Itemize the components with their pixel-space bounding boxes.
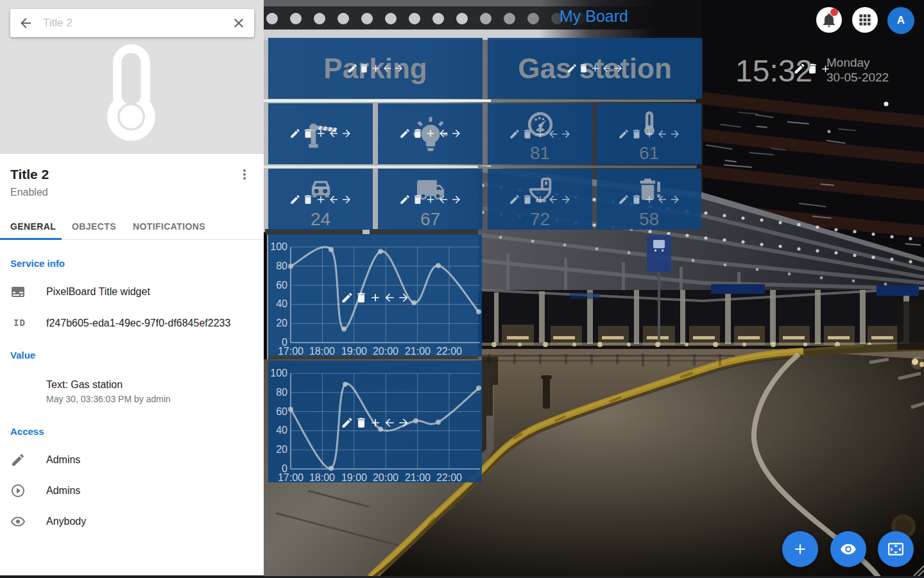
svg-text:20: 20 bbox=[276, 318, 287, 328]
svg-text:19:00: 19:00 bbox=[341, 346, 367, 356]
svg-text:22:00: 22:00 bbox=[436, 346, 462, 356]
svg-text:80: 80 bbox=[276, 260, 287, 271]
svg-text:17:00: 17:00 bbox=[278, 472, 304, 482]
svg-text:60: 60 bbox=[276, 280, 287, 291]
svg-text:17:00: 17:00 bbox=[278, 346, 304, 356]
svg-text:100: 100 bbox=[270, 368, 287, 378]
svg-text:100: 100 bbox=[270, 241, 287, 252]
svg-text:18:00: 18:00 bbox=[309, 472, 335, 482]
svg-text:20: 20 bbox=[276, 444, 287, 455]
svg-text:19:00: 19:00 bbox=[341, 472, 367, 482]
svg-text:21:00: 21:00 bbox=[405, 472, 431, 482]
svg-text:80: 80 bbox=[276, 387, 287, 398]
svg-text:18:00: 18:00 bbox=[309, 346, 335, 356]
svg-text:21:00: 21:00 bbox=[405, 346, 431, 356]
svg-text:22:00: 22:00 bbox=[436, 472, 462, 482]
svg-text:20:00: 20:00 bbox=[373, 346, 398, 356]
svg-text:20:00: 20:00 bbox=[373, 472, 398, 482]
svg-text:60: 60 bbox=[276, 406, 287, 417]
